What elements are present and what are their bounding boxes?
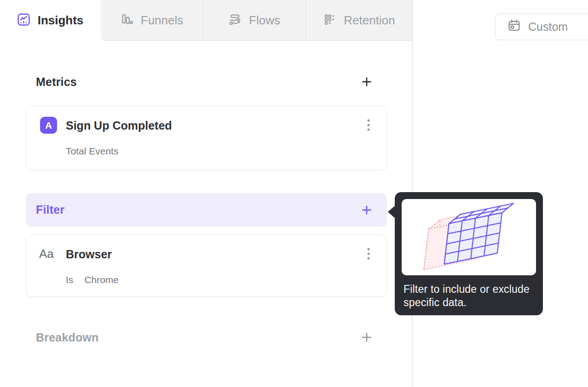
tab-flows-label: Flows <box>249 13 280 28</box>
filter-section-header: Filter <box>26 193 387 227</box>
breakdown-section-header: Breakdown <box>36 329 373 346</box>
inactive-tabs-group: Funnels Flows <box>101 0 413 41</box>
filter-kebab-menu-icon[interactable] <box>363 247 375 261</box>
metric-kebab-menu-icon[interactable] <box>363 118 375 132</box>
string-property-type-icon: Aa <box>39 247 54 261</box>
tab-funnels-label: Funnels <box>141 13 184 28</box>
metric-series-badge: A <box>40 117 57 134</box>
flows-wave-icon <box>229 13 241 28</box>
tab-insights-label: Insights <box>38 13 84 28</box>
date-range-custom-button[interactable]: Custom <box>495 13 588 40</box>
tooltip-arrow <box>388 205 395 218</box>
tab-flows[interactable]: Flows <box>203 0 306 40</box>
add-filter-plus-icon[interactable] <box>361 204 373 216</box>
filter-card[interactable]: Aa Browser Is Chrome <box>26 234 387 297</box>
filter-condition: Is Chrome <box>66 274 119 285</box>
tab-insights[interactable]: Insights <box>0 0 101 41</box>
metric-event-name: Sign Up Completed <box>66 119 172 132</box>
metrics-section-header: Metrics <box>36 74 373 90</box>
calendar-icon <box>507 19 521 35</box>
metric-aggregation[interactable]: Total Events <box>66 146 118 157</box>
add-metric-plus-icon[interactable] <box>361 76 373 88</box>
tab-retention-label: Retention <box>344 13 395 28</box>
metric-card[interactable]: A Sign Up Completed Total Events <box>26 106 387 171</box>
breakdown-heading: Breakdown <box>36 331 99 344</box>
filter-property-name: Browser <box>66 248 112 261</box>
metric-aggregation-label: Total Events <box>66 146 118 157</box>
tab-retention[interactable]: Retention <box>306 0 413 40</box>
tab-funnels[interactable]: Funnels <box>101 0 203 40</box>
funnels-bars-icon <box>121 13 133 28</box>
insights-report-builder: Insights Funnels <box>0 0 588 387</box>
filter-heading: Filter <box>36 203 64 216</box>
add-breakdown-plus-icon[interactable] <box>361 331 373 343</box>
date-range-label: Custom <box>528 20 568 34</box>
filter-cube-illustration <box>420 199 518 275</box>
filter-operator[interactable]: Is <box>66 274 73 285</box>
tooltip-illustration-panel <box>402 199 536 275</box>
retention-dots-icon <box>323 13 336 28</box>
tooltip-caption: Filter to include or exclude specific da… <box>404 283 533 309</box>
insights-chart-icon <box>17 13 30 28</box>
filter-value[interactable]: Chrome <box>84 274 119 285</box>
filter-tooltip: Filter to include or exclude specific da… <box>395 192 543 315</box>
metrics-heading: Metrics <box>36 75 77 89</box>
report-type-tabbar: Insights Funnels <box>0 0 413 41</box>
